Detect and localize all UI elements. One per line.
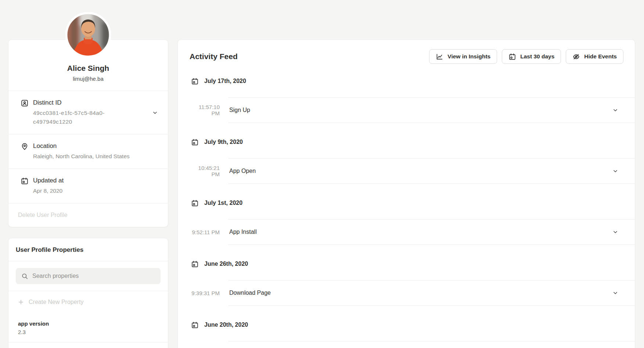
user-profile-properties-card: User Profile Properties Create New Prope…	[8, 238, 168, 348]
field-body: Distinct ID 49cc0381-e1fc-57c5-84a0-c497…	[33, 99, 118, 126]
calendar-icon	[191, 138, 199, 146]
event-row	[228, 341, 635, 348]
field-label: Updated at	[33, 177, 64, 185]
hide-events-button[interactable]: Hide Events	[566, 49, 623, 64]
search-wrap	[8, 261, 168, 291]
contact-card-icon	[21, 99, 29, 107]
plus-icon	[18, 299, 24, 305]
search-properties-box[interactable]	[16, 268, 161, 284]
event-name: App Install	[229, 229, 257, 235]
user-email: limuj@he.ba	[16, 76, 161, 82]
chevron-down-icon[interactable]	[613, 108, 618, 113]
calendar-icon	[21, 177, 29, 185]
insights-chart-icon	[436, 53, 443, 61]
event-name: App Open	[229, 168, 256, 174]
search-icon	[21, 273, 28, 280]
feed-group: July 9th, 2020 10:45:21 PM App Open	[178, 138, 635, 184]
calendar-icon	[191, 199, 199, 207]
event-time: 11:57:10 PM	[190, 104, 220, 116]
date-header: July 17th, 2020	[191, 77, 635, 85]
search-properties-input[interactable]	[32, 273, 155, 279]
calendar-icon	[508, 53, 516, 61]
event-time: 10:45:21 PM	[190, 165, 220, 177]
date-label: July 9th, 2020	[204, 139, 243, 145]
event-row[interactable]: 9:39:31 PM Download Page	[228, 280, 635, 306]
date-header: June 20th, 2020	[191, 321, 635, 329]
field-distinct-id: Distinct ID 49cc0381-e1fc-57c5-84a0-c497…	[8, 91, 168, 134]
event-time: 9:39:31 PM	[190, 290, 220, 296]
button-label: Last 30 days	[520, 53, 554, 60]
feed-group: July 1st, 2020 9:52:11 PM App Install	[178, 199, 635, 245]
calendar-icon	[191, 77, 199, 85]
user-name: Alice Singh	[16, 64, 161, 73]
button-label: View in Insights	[447, 53, 490, 60]
field-body: Location Raleigh, North Carolina, United…	[33, 142, 130, 161]
field-location: Location Raleigh, North Carolina, United…	[8, 134, 168, 168]
event-row[interactable]: 11:57:10 PM Sign Up	[228, 97, 635, 123]
activity-feed-card: Activity Feed View in Insights Last 30 d…	[177, 39, 635, 348]
event-name: Sign Up	[229, 107, 250, 113]
delete-user-profile-button[interactable]: Delete User Profile	[18, 212, 67, 218]
property-value: 2.3	[18, 329, 158, 335]
create-new-property-label: Create New Property	[29, 299, 83, 305]
properties-title: User Profile Properties	[8, 238, 168, 261]
calendar-icon	[191, 260, 199, 268]
date-range-button[interactable]: Last 30 days	[502, 49, 561, 64]
delete-row: Delete User Profile	[8, 203, 168, 227]
property-item[interactable]: app version 2.3	[8, 312, 168, 342]
date-label: July 1st, 2020	[204, 200, 242, 206]
location-pin-icon	[21, 142, 29, 151]
avatar	[65, 12, 111, 58]
chevron-down-icon[interactable]	[613, 168, 618, 174]
chevron-down-icon[interactable]	[152, 110, 158, 115]
activity-feed-header: Activity Feed View in Insights Last 30 d…	[178, 40, 635, 64]
event-name: Download Page	[229, 290, 271, 296]
event-time: 9:52:11 PM	[190, 229, 220, 235]
chevron-down-icon[interactable]	[613, 229, 618, 235]
calendar-icon	[191, 321, 199, 329]
activity-feed-title: Activity Feed	[190, 52, 238, 61]
property-name: app version	[18, 320, 158, 327]
date-label: June 20th, 2020	[204, 322, 248, 328]
feed-body: July 17th, 2020 11:57:10 PM Sign Up July…	[178, 77, 635, 348]
field-value: 49cc0381-e1fc-57c5-84a0-c497949c1220	[33, 109, 118, 126]
chevron-down-icon[interactable]	[613, 290, 618, 296]
feed-group: June 20th, 2020	[178, 321, 635, 348]
field-label: Distinct ID	[33, 99, 118, 107]
create-new-property-button[interactable]: Create New Property	[8, 291, 168, 312]
field-body: Updated at Apr 8, 2020	[33, 177, 64, 195]
eye-off-icon	[572, 53, 580, 61]
field-label: Location	[33, 142, 130, 150]
date-header: July 9th, 2020	[191, 138, 635, 146]
feed-group: July 17th, 2020 11:57:10 PM Sign Up	[178, 77, 635, 123]
date-label: June 26th, 2020	[204, 261, 248, 267]
field-value: Raleigh, North Carolina, United States	[33, 152, 130, 161]
event-row[interactable]: 9:52:11 PM App Install	[228, 219, 635, 245]
event-row[interactable]: 10:45:21 PM App Open	[228, 158, 635, 184]
profile-card: Alice Singh limuj@he.ba Distinct ID 49cc…	[8, 39, 168, 227]
feed-actions: View in Insights Last 30 days Hide Event…	[429, 49, 623, 64]
field-updated-at: Updated at Apr 8, 2020	[8, 168, 168, 203]
view-in-insights-button[interactable]: View in Insights	[429, 49, 497, 64]
date-header: June 26th, 2020	[191, 260, 635, 268]
button-label: Hide Events	[584, 53, 617, 60]
feed-group: June 26th, 2020 9:39:31 PM Download Page	[178, 260, 635, 306]
date-header: July 1st, 2020	[191, 199, 635, 207]
profile-sidebar: Alice Singh limuj@he.ba Distinct ID 49cc…	[8, 0, 168, 348]
date-label: July 17th, 2020	[204, 78, 246, 84]
field-value: Apr 8, 2020	[33, 186, 64, 195]
